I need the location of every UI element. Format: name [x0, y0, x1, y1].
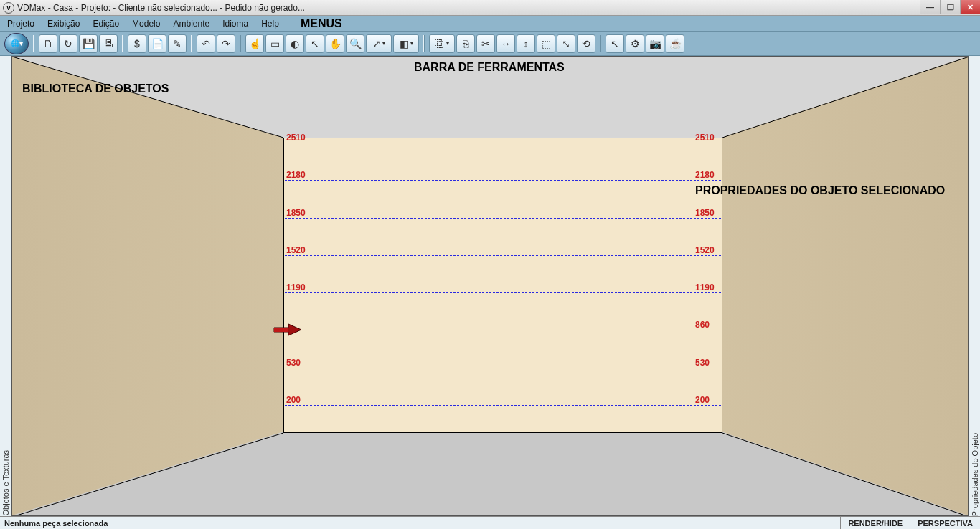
side-tab-left[interactable]: Objetos e Texturas — [0, 56, 11, 516]
measure-v-button[interactable]: ↕ — [517, 34, 535, 53]
toolbar-annotation: BARRA DE FERRAMENTAS — [414, 61, 565, 74]
ruler-value-right: 2180 — [695, 170, 715, 180]
menu-help[interactable]: Help — [261, 19, 279, 29]
ruler-value-left: 1190 — [286, 282, 306, 292]
orbit-tool-button[interactable]: ◐ — [286, 34, 304, 53]
ruler-value-left: 2180 — [286, 170, 306, 180]
globe-icon[interactable]: 🌐▾ — [4, 33, 29, 54]
window-maximize-button[interactable]: ❐ — [940, 0, 960, 14]
view3d-button[interactable]: ◧▾ — [393, 34, 419, 53]
ruler-line — [285, 330, 721, 330]
ruler-value-right: 2510 — [695, 133, 715, 143]
ruler-line — [285, 292, 721, 293]
redo-button[interactable]: ↷ — [217, 34, 235, 53]
ruler-value-right: 1520 — [695, 245, 715, 255]
cursor-button[interactable]: ↖ — [606, 34, 624, 53]
ruler-value-left: 200 — [286, 395, 301, 405]
window-title: VDMax - Casa - Projeto: - Cliente não se… — [17, 3, 305, 13]
pick-tool-button[interactable]: ↖ — [306, 34, 324, 53]
ruler-value-left: 2510 — [286, 133, 306, 143]
app-icon: v — [3, 2, 14, 14]
cut-button[interactable]: ✂ — [476, 34, 495, 53]
hand-tool-button[interactable]: ☝ — [245, 34, 264, 53]
svg-line-2 — [12, 433, 283, 515]
library-annotation: BIBLIOTECA DE OBJETOS — [22, 82, 169, 95]
edit-button[interactable]: ✎ — [168, 34, 187, 53]
arrow-marker-icon — [273, 323, 303, 337]
render-hide-button[interactable]: RENDER/HIDE — [840, 517, 910, 529]
window-minimize-button[interactable]: — — [920, 0, 940, 14]
copy-button[interactable]: ⿻▾ — [429, 34, 455, 53]
zoom-in-button[interactable]: 🔍 — [346, 34, 364, 53]
undo-button[interactable]: ↶ — [197, 34, 215, 53]
ruler-value-right: 200 — [695, 395, 710, 405]
ruler-line — [285, 405, 721, 406]
menus-annotation: MENUS — [301, 17, 342, 30]
ruler-value-left: 1520 — [286, 245, 306, 255]
price-button[interactable]: $ — [128, 34, 146, 53]
extend-button[interactable]: ⤡ — [557, 34, 575, 53]
gear-button[interactable]: ⚙ — [626, 34, 644, 53]
pan-tool-button[interactable]: ✋ — [326, 34, 344, 53]
ruler-value-left: 1850 — [286, 208, 306, 218]
ruler-value-right: 1850 — [695, 208, 715, 218]
svg-marker-5 — [274, 328, 288, 332]
ruler-line — [285, 143, 721, 143]
camera-button[interactable]: 📷 — [646, 34, 664, 53]
menu-projeto[interactable]: Projeto — [7, 19, 34, 29]
menubar: Projeto Exibição Edição Modelo Ambiente … — [0, 16, 980, 32]
rect-tool-button[interactable]: ▭ — [265, 34, 284, 53]
perspective-button[interactable]: PERSPECTIVA — [910, 517, 980, 529]
note-button[interactable]: 📄 — [148, 34, 166, 53]
room-outline — [12, 57, 968, 515]
ruler-line — [285, 368, 721, 368]
statusbar: Nenhuma peça selecionada RENDER/HIDE PER… — [0, 516, 980, 529]
3d-viewport[interactable]: 2510251021802180185018501520152011901190… — [11, 56, 969, 516]
render-button[interactable]: ☕ — [666, 34, 684, 53]
ruler-line — [285, 255, 721, 256]
side-tab-right-label: Propriedades do Objeto — [971, 426, 979, 516]
print-button[interactable]: 🖶 — [99, 34, 118, 53]
zoom-fit-button[interactable]: ⤢▾ — [366, 34, 392, 53]
ruler-value-left: 530 — [286, 358, 301, 368]
ruler-value-right: 860 — [695, 320, 710, 330]
ruler-value-right: 530 — [695, 358, 710, 368]
status-left: Nenhuma peça selecionada — [0, 519, 840, 528]
measure-h-button[interactable]: ↔ — [496, 34, 515, 53]
new-button[interactable]: 🗋 — [39, 34, 57, 53]
window-close-button[interactable]: ✕ — [960, 0, 980, 14]
ruler-line — [285, 218, 721, 219]
menu-ambiente[interactable]: Ambiente — [173, 19, 209, 29]
bbox-button[interactable]: ⬚ — [537, 34, 555, 53]
rotate-button[interactable]: ⟲ — [577, 34, 595, 53]
properties-annotation: PROPRIEDADES DO OBJETO SELECIONADO — [695, 184, 945, 197]
menu-idioma[interactable]: Idioma — [222, 19, 248, 29]
window-titlebar: v VDMax - Casa - Projeto: - Cliente não … — [0, 0, 980, 16]
side-tab-left-label: Objetos e Texturas — [1, 443, 10, 516]
svg-line-0 — [12, 57, 283, 138]
open-button[interactable]: ↻ — [59, 34, 77, 53]
paste-button[interactable]: ⎘ — [456, 34, 475, 53]
main-area: ▸ ◂ Objetos e Texturas Propriedades do O… — [0, 56, 980, 516]
menu-edicao[interactable]: Edição — [93, 19, 119, 29]
svg-line-3 — [722, 433, 968, 515]
ruler-line — [285, 180, 721, 181]
menu-modelo[interactable]: Modelo — [132, 19, 160, 29]
menu-exibicao[interactable]: Exibição — [47, 19, 80, 29]
save-button[interactable]: 💾 — [79, 34, 98, 53]
toolbar: 🌐▾ 🗋 ↻ 💾 🖶 $ 📄 ✎ ↶ ↷ ☝ ▭ ◐ ↖ ✋ 🔍 ⤢▾ ◧▾ ⿻… — [0, 32, 980, 56]
svg-line-1 — [722, 57, 968, 138]
ruler-value-right: 1190 — [695, 282, 715, 292]
side-tab-right[interactable]: Propriedades do Objeto — [969, 56, 980, 516]
